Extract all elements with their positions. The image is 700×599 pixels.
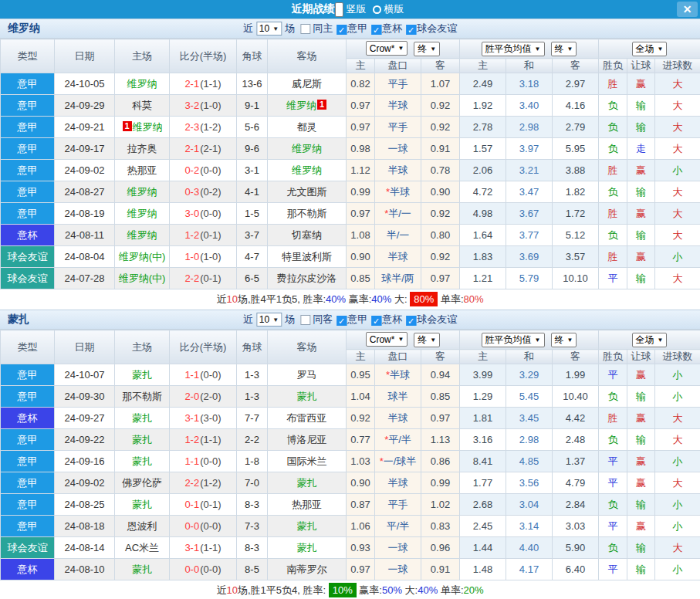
league-filter-checkbox[interactable]: ✓ (406, 25, 416, 35)
monza-results-table: 类型 日期 主场 比分(半场) 角球 客场 Crow*▼终▼ 胜平负均值▼终▼ … (0, 330, 700, 580)
title-bar: 近期战绩 竖版 横版 ✕ (0, 0, 700, 19)
team-name: 维罗纳 (8, 22, 40, 36)
close-icon[interactable]: ✕ (677, 2, 698, 17)
subcol-handicap-result: 让球 (627, 59, 655, 73)
match-row: 意甲24-10-07蒙扎1-1(0-0)1-3罗马0.95*半球0.943.99… (1, 364, 700, 386)
euro-home-odds: 2.49 (460, 73, 506, 95)
league-filter-checkbox[interactable]: ✓ (371, 25, 381, 35)
euro-draw-odds: 3.18 (506, 73, 553, 95)
col-header-away: 客场 (268, 330, 347, 364)
horizontal-layout-radio[interactable] (373, 5, 381, 14)
corners: 3-7 (237, 225, 268, 246)
asian-away-odds: 0.97 (421, 268, 460, 289)
handicap-result: 走 (627, 138, 655, 160)
score: 3-0(0-0) (170, 203, 237, 225)
asian-handicap: 平手 (375, 494, 421, 516)
bookmaker-select[interactable]: Crow*▼ (366, 41, 408, 56)
average-select[interactable]: 胜平负均值▼ (482, 333, 545, 347)
euro-odds-controls: 胜平负均值▼终▼ (460, 39, 599, 59)
goals-result: 大 (655, 225, 700, 246)
goals-result: 小 (655, 516, 700, 537)
vertical-layout-radio[interactable] (335, 2, 343, 17)
match-row: 意甲24-09-30那不勒斯2-0(2-0)1-3蒙扎1.04球半0.851.2… (1, 386, 700, 408)
league-filter-checkbox[interactable]: ✓ (336, 316, 347, 326)
same-venue-checkbox[interactable] (300, 315, 310, 325)
asian-handicap: 平手 (375, 117, 421, 138)
match-date: 24-08-10 (55, 559, 115, 580)
euro-draw-odds: 4.17 (506, 559, 553, 580)
goals-result: 小 (655, 559, 700, 580)
euro-home-odds: 3.99 (460, 364, 506, 386)
red-card-badge: 1 (317, 100, 326, 110)
league-type: 意甲 (1, 494, 55, 516)
score: 1-0(1-0) (170, 246, 237, 268)
euro-draw-odds: 3.47 (506, 181, 553, 203)
asian-home-odds: 0.95 (347, 364, 375, 386)
subcol-handicap-result: 让球 (627, 350, 655, 364)
match-date: 24-08-19 (55, 203, 115, 225)
match-row: 意甲24-09-02热那亚0-2(0-0)3-1维罗纳1.12半球0.782.0… (1, 160, 700, 181)
match-row: 球会友谊24-07-28维罗纳(中)2-2(0-1)6-5费拉尔皮沙洛0.85球… (1, 268, 700, 289)
league-type: 意杯 (1, 559, 55, 580)
corners: 1-3 (237, 364, 268, 386)
corners: 6-5 (237, 268, 268, 289)
winloss-result: 负 (599, 225, 627, 246)
scope-select[interactable]: 全场▼ (632, 42, 668, 56)
winloss-result: 平 (599, 364, 627, 386)
asian-final-select[interactable]: 终▼ (414, 42, 440, 56)
average-select[interactable]: 胜平负均值▼ (482, 42, 545, 56)
asian-home-odds: 0.97 (347, 559, 375, 580)
score: 1-2(0-1) (170, 225, 237, 246)
asian-away-odds: 1.02 (421, 494, 460, 516)
league-type: 意甲 (1, 386, 55, 408)
euro-final-select[interactable]: 终▼ (551, 42, 577, 56)
corners: 5-6 (237, 117, 268, 138)
subcol-euro-away: 客 (553, 59, 599, 73)
subcol-goals: 进球数 (655, 59, 700, 73)
score: 1-1(0-0) (170, 451, 237, 472)
winloss-result: 平 (599, 472, 627, 494)
handicap-result: 赢 (627, 472, 655, 494)
league-type: 意杯 (1, 225, 55, 246)
league-filter-checkbox[interactable]: ✓ (371, 316, 381, 326)
goals-result: 小 (655, 386, 700, 408)
league-type: 意甲 (1, 203, 55, 225)
verona-results-table: 类型 日期 主场 比分(半场) 角球 客场 Crow*▼终▼ 胜平负均值▼终▼ … (0, 39, 700, 289)
winloss-result: 负 (599, 181, 627, 203)
away-team: 南蒂罗尔 (268, 559, 347, 580)
bookmaker-select[interactable]: Crow*▼ (366, 332, 408, 347)
match-count-select[interactable]: 10▼ (256, 313, 282, 327)
asian-home-odds: 0.99 (347, 181, 375, 203)
asian-away-odds: 1.13 (421, 429, 460, 451)
handicap-result: 输 (627, 494, 655, 516)
euro-home-odds: 4.72 (460, 181, 506, 203)
asian-home-odds: 0.98 (347, 138, 375, 160)
corners: 2-2 (237, 429, 268, 451)
match-count-select[interactable]: 10▼ (256, 22, 282, 36)
goals-result: 大 (655, 73, 700, 95)
corners: 7-7 (237, 408, 268, 429)
summary-segment: 10 (226, 584, 237, 596)
match-row: 意甲24-08-19维罗纳3-0(0-0)1-5那不勒斯0.97*半/一0.92… (1, 203, 700, 225)
euro-draw-odds: 3.56 (506, 472, 553, 494)
subcol-asian-home: 主 (347, 59, 375, 73)
goals-result: 小 (655, 451, 700, 472)
scope-select[interactable]: 全场▼ (632, 333, 668, 347)
euro-final-select[interactable]: 终▼ (551, 333, 577, 347)
vertical-layout-label: 竖版 (347, 2, 367, 16)
euro-home-odds: 1.83 (460, 246, 506, 268)
league-filter-checkbox[interactable]: ✓ (406, 316, 416, 326)
match-row: 意甲24-09-22蒙扎1-2(1-1)2-2博洛尼亚0.77*平/半1.133… (1, 429, 700, 451)
euro-away-odds: 10.40 (553, 386, 599, 408)
score: 2-2(0-1) (170, 268, 237, 289)
league-filter-checkbox[interactable]: ✓ (336, 25, 347, 35)
recent-label: 近 (243, 313, 253, 327)
corners: 4-1 (237, 181, 268, 203)
asian-final-select[interactable]: 终▼ (414, 333, 440, 347)
asian-handicap: *半球 (375, 181, 421, 203)
asian-odds-controls: Crow*▼终▼ (347, 330, 460, 350)
home-team: 维罗纳 (115, 203, 170, 225)
same-venue-checkbox[interactable] (300, 24, 310, 34)
league-filter-label: 意杯 (382, 313, 402, 325)
subcol-euro-draw: 和 (506, 350, 553, 364)
